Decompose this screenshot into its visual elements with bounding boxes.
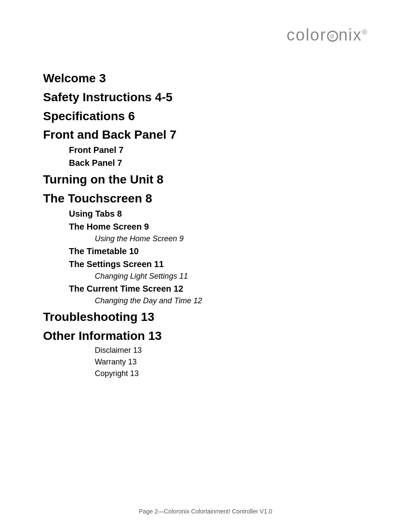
table-of-contents: Welcome 3 Safety Instructions 4-5 Specif… xyxy=(43,70,368,380)
toc-item-other-info: Other Information 13 xyxy=(43,328,368,344)
toc-item-front-panel: Front Panel 7 xyxy=(69,144,368,156)
toc-item-safety: Safety Instructions 4-5 xyxy=(43,89,368,106)
toc-item-timetable: The Timetable 10 xyxy=(69,245,368,257)
toc-item-using-tabs: Using Tabs 8 xyxy=(69,208,368,220)
logo: coloronix® xyxy=(286,26,368,44)
toc-item-front-back-panel: Front and Back Panel 7 xyxy=(43,127,368,143)
toc-item-specifications: Specifications 6 xyxy=(43,108,368,124)
toc-item-welcome: Welcome 3 xyxy=(43,70,368,87)
toc-item-changing-day: Changing the Day and Time 12 xyxy=(95,296,368,306)
toc-item-disclaimer: Disclaimer 13 xyxy=(95,345,368,356)
toc-item-turning-on: Turning on the Unit 8 xyxy=(43,171,368,188)
toc-item-copyright: Copyright 13 xyxy=(95,368,368,379)
logo-area: coloronix® xyxy=(43,26,368,44)
toc-item-using-home-screen: Using the Home Screen 9 xyxy=(95,233,368,244)
toc-item-warranty: Warranty 13 xyxy=(95,357,368,367)
toc-item-back-panel: Back Panel 7 xyxy=(69,157,368,169)
toc-item-troubleshooting: Troubleshooting 13 xyxy=(43,309,368,325)
toc-item-current-time: The Current Time Screen 12 xyxy=(69,283,368,295)
page-container: coloronix® Welcome 3 Safety Instructions… xyxy=(0,0,411,532)
toc-item-changing-light: Changing Light Settings 11 xyxy=(95,271,368,282)
page-footer: Page 2—Coloronix Colortainment! Controll… xyxy=(0,508,411,515)
toc-item-touchscreen: The Touchscreen 8 xyxy=(43,190,368,207)
toc-item-settings-screen: The Settings Screen 11 xyxy=(69,258,368,270)
toc-item-home-screen: The Home Screen 9 xyxy=(69,221,368,233)
